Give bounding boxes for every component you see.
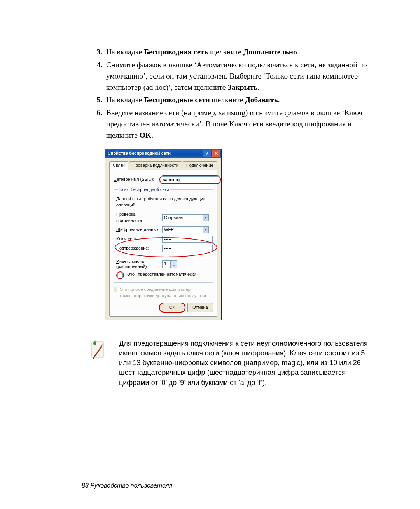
ssid-input[interactable] [161,176,219,183]
wifi-properties-dialog: Свойства беспроводной сети ? ✕ Связи Про… [105,149,222,320]
dialog-titlebar[interactable]: Свойства беспроводной сети ? ✕ [105,149,221,158]
key-label: Ключ сети: [116,236,162,242]
enc-select[interactable]: WEP ▾ [162,226,209,233]
spinner-down[interactable]: ▾ [171,264,177,268]
help-button[interactable]: ? [203,150,211,157]
group-legend: Ключ беспроводной сети [118,187,170,192]
dialog-tabs: Связи Проверка подлинности Подключение [109,161,217,170]
step-item: 5.На вкладке Беспроводные сети щелкните … [91,94,374,106]
note-icon [89,339,109,388]
tab-link[interactable]: Подключение [183,161,217,170]
cancel-button[interactable]: Отмена [187,303,213,312]
dialog-title: Свойства беспроводной сети [108,150,171,157]
page-footer: 88 Руководство пользователя [82,481,374,490]
index-label: Индекс ключа (расширенный): [116,259,162,269]
auth-select[interactable]: Открытая ▾ [162,214,209,221]
step-number: 5. [91,94,106,106]
steps-list: 3.На вкладке Беспроводная сеть щелкните … [43,47,374,141]
index-value: 1 [164,261,166,267]
confirm-input[interactable] [162,245,213,252]
ok-button[interactable]: OK [159,303,185,312]
tab-panel: Сетевое имя (SSID): Ключ беспроводной се… [109,170,217,317]
page: 3.На вкладке Беспроводная сеть щелкните … [0,0,420,509]
enc-value: WEP [164,227,174,233]
svg-point-1 [93,342,96,345]
tab-auth[interactable]: Проверка подлинности [129,161,182,170]
step-number: 3. [91,47,106,58]
note-text: Для предотвращения подключения к сети не… [119,339,374,388]
ssid-label: Сетевое имя (SSID): [114,177,159,183]
adhoc-checkbox: ✓ [114,287,117,292]
step-number: 4. [91,59,106,93]
wireless-key-group: Ключ беспроводной сети Данной сети требу… [114,189,213,283]
dialog-body: Связи Проверка подлинности Подключение С… [105,158,221,320]
enc-label: Шифрование данных: [116,227,162,233]
confirm-label: Подтверждение: [116,245,162,252]
auto-key-label: Ключ предоставлен автоматически [126,271,196,278]
step-body: На вкладке Беспроводная сеть щелкните До… [106,47,374,58]
ssid-highlight-circle [159,175,221,184]
step-item: 4.Снимите флажок в окошке ‘Автоматически… [91,59,374,93]
close-button[interactable]: ✕ [212,150,220,157]
chevron-down-icon: ▾ [203,227,208,233]
spinner-up[interactable]: ▴ [171,260,177,264]
auth-value: Открытая [164,215,183,221]
key-desc: Данной сети требуется ключ для следующих… [116,196,210,208]
svg-rect-0 [92,342,103,357]
tab-connection[interactable]: Связи [109,161,128,170]
chevron-down-icon: ▾ [203,215,208,221]
auto-key-highlight-circle [116,271,124,279]
step-body: На вкладке Беспроводные сети щелкните До… [106,94,374,106]
step-item: 3.На вкладке Беспроводная сеть щелкните … [91,47,374,58]
key-input[interactable] [162,236,213,243]
key-index-spinner[interactable]: 1 ▴ ▾ [162,260,177,268]
note-block: Для предотвращения подключения к сети не… [89,339,374,388]
step-body: Снимите флажок в окошке ‘Автоматически п… [106,59,374,93]
step-item: 6.Введите название сети (например, samsu… [91,107,374,141]
auth-label: Проверка подлинности: [116,212,162,224]
step-body: Введите название сети (например, samsung… [106,107,374,141]
adhoc-label: Это прямое соединение компьютер-компьюте… [120,287,213,299]
auto-key-checkbox[interactable] [117,273,123,278]
step-number: 6. [91,107,106,141]
